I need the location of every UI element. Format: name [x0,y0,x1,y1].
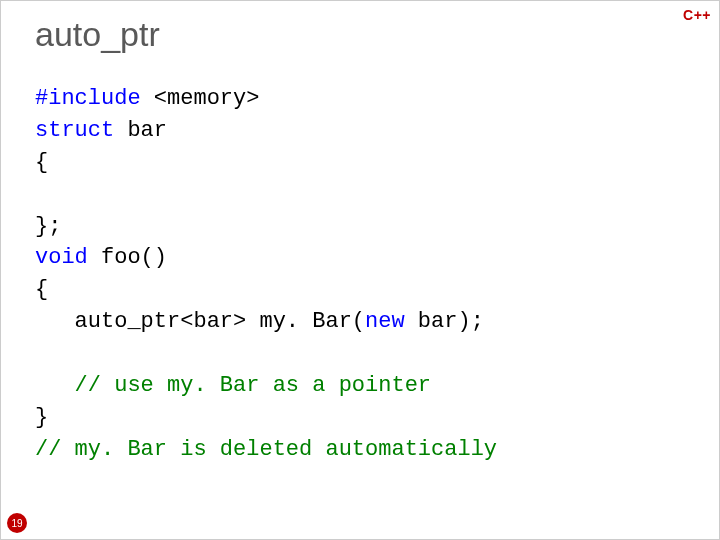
keyword-new: new [365,309,405,334]
code-block: #include <memory> struct bar { }; void f… [35,83,699,466]
code-text: { [35,277,48,302]
slide: auto_ptr C++ #include <memory> struct ba… [0,0,720,540]
language-badge: C++ [683,7,711,23]
code-text: auto_ptr<bar> my. Bar( [35,309,365,334]
keyword-struct: struct [35,118,114,143]
code-text: <memory> [141,86,260,111]
code-text: bar [114,118,167,143]
code-text: { [35,150,48,175]
code-text: bar); [405,309,484,334]
keyword-void: void [35,245,88,270]
slide-title: auto_ptr [35,15,160,54]
code-text: foo() [88,245,167,270]
comment: // use my. Bar as a pointer [75,373,431,398]
code-text: }; [35,214,61,239]
comment: // my. Bar is deleted automatically [35,437,497,462]
code-text [35,373,75,398]
page-number-badge: 19 [7,513,27,533]
code-text: } [35,405,48,430]
keyword-include: #include [35,86,141,111]
